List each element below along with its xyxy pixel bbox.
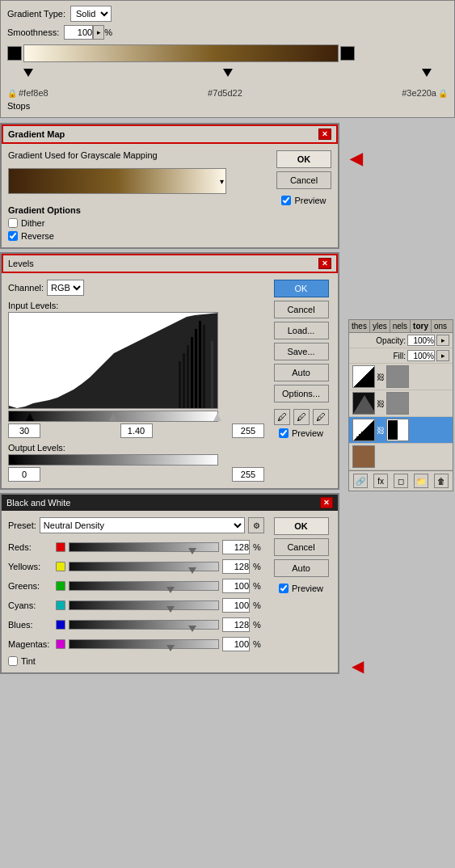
gradient-map-preview-checkbox[interactable] <box>281 196 291 205</box>
input-min-field[interactable] <box>8 423 40 438</box>
eyedropper-gray-button[interactable]: 🖊 <box>293 409 310 425</box>
levels-title: Levels <box>8 259 34 268</box>
bw-dialog: Black and White ✕ Preset: Neutral Densit… <box>0 493 339 674</box>
eyedropper-black-button[interactable]: 🖊 <box>274 409 290 425</box>
layer-item-4[interactable] <box>349 444 453 470</box>
reds-slider[interactable] <box>69 542 219 552</box>
link-icon-button[interactable]: 🔗 <box>353 474 368 488</box>
gradient-color-swatch-right[interactable] <box>340 46 355 61</box>
input-mid-field[interactable] <box>120 423 153 438</box>
fx-icon-button[interactable]: fx <box>373 474 388 488</box>
levels-close-button[interactable]: ✕ <box>318 258 331 269</box>
opacity-input[interactable] <box>407 335 435 346</box>
layer-item-3-selected[interactable]: ⛓ <box>349 417 453 444</box>
levels-preview-checkbox[interactable] <box>279 428 289 438</box>
reds-value[interactable] <box>222 540 250 554</box>
tab-thes[interactable]: thes <box>349 320 370 332</box>
output-levels-label: Output Levels: <box>8 443 264 453</box>
levels-dialog: Levels ✕ Channel: RGB Input Levels: <box>0 252 339 490</box>
opacity-stepper[interactable]: ▸ <box>436 335 449 346</box>
eyedropper-white-button[interactable]: 🖊 <box>313 409 329 425</box>
gradient-map-close-button[interactable]: ✕ <box>318 129 331 140</box>
smoothness-input[interactable] <box>64 25 93 40</box>
input-max-field[interactable] <box>232 423 264 438</box>
cyans-value[interactable] <box>222 598 250 613</box>
svg-rect-8 <box>207 333 209 409</box>
dither-checkbox[interactable] <box>8 218 18 228</box>
output-slider-left-handle[interactable] <box>9 457 17 465</box>
histogram-container <box>8 312 218 409</box>
bw-close-button[interactable]: ✕ <box>320 497 333 508</box>
preset-settings-button[interactable]: ⚙ <box>248 517 264 533</box>
svg-rect-1 <box>179 361 181 409</box>
input-slider-mid-handle[interactable] <box>109 413 117 421</box>
fill-input[interactable] <box>407 350 435 361</box>
tab-nels[interactable]: nels <box>390 320 411 332</box>
tab-yles[interactable]: yles <box>370 320 390 332</box>
greens-value[interactable] <box>222 579 250 593</box>
gradient-color-swatch-left[interactable] <box>7 46 22 61</box>
cyans-slider[interactable] <box>69 600 219 610</box>
output-slider-track[interactable] <box>8 454 218 466</box>
channel-select[interactable]: RGB <box>47 280 84 296</box>
greens-row: Greens: % <box>8 579 264 593</box>
levels-preview-row: Preview <box>279 428 323 438</box>
bw-auto-button[interactable]: Auto <box>274 559 329 577</box>
input-slider-right-handle[interactable] <box>213 413 221 421</box>
levels-auto-button[interactable]: Auto <box>274 364 329 381</box>
layer-4-thumbnail <box>352 445 375 468</box>
gradient-map-titlebar: Gradient Map ✕ <box>2 124 338 144</box>
magentas-slider[interactable] <box>69 639 219 649</box>
bw-dialog-content: Preset: Neutral Density ⚙ Reds: <box>2 511 338 672</box>
tab-ons[interactable]: ons <box>432 320 449 332</box>
stop-arrow-2 <box>223 69 233 77</box>
gradient-map-ok-button[interactable]: OK <box>276 150 331 168</box>
gradient-map-dialog: Gradient Map ✕ Gradient Used for Graysca… <box>0 123 339 249</box>
folder-icon-button[interactable]: 📁 <box>414 474 428 488</box>
preset-label: Preset: <box>8 520 36 530</box>
bw-title: Black and White <box>6 498 70 508</box>
yellows-value[interactable] <box>222 559 250 574</box>
layer-item-2[interactable]: ⛓ <box>349 390 453 417</box>
output-min-field[interactable] <box>8 467 40 482</box>
layer-item-1[interactable]: ⛓ <box>349 364 453 390</box>
levels-left: Channel: RGB Input Levels: <box>8 280 264 482</box>
blues-slider[interactable] <box>69 620 219 630</box>
blues-value[interactable] <box>222 617 250 632</box>
levels-cancel-button[interactable]: Cancel <box>274 301 329 318</box>
opacity-label: Opacity: <box>376 336 406 345</box>
tint-checkbox[interactable] <box>8 656 18 666</box>
preset-select[interactable]: Neutral Density <box>40 517 245 533</box>
mask-icon-button[interactable]: ◻ <box>394 474 408 488</box>
tab-tory[interactable]: tory <box>411 320 432 332</box>
levels-save-button[interactable]: Save... <box>274 343 329 360</box>
input-slider-track[interactable] <box>8 411 218 422</box>
output-max-field[interactable] <box>232 467 264 482</box>
bw-ok-button[interactable]: OK <box>274 517 329 535</box>
gradient-type-select[interactable]: Solid <box>70 6 112 22</box>
fill-stepper[interactable]: ▸ <box>436 350 449 361</box>
gradient-bar-container: 🔒 #fef8e8 #7d5d22 #3e220a 🔒 Stops <box>7 44 448 111</box>
yellows-slider[interactable] <box>69 562 219 571</box>
trash-icon-button[interactable]: 🗑 <box>434 474 449 488</box>
chain-icon-1: ⛓ <box>377 373 385 381</box>
layer-1-mask <box>386 365 409 388</box>
levels-right: OK Cancel Load... Save... Auto Options..… <box>271 280 331 482</box>
svg-rect-2 <box>183 353 185 409</box>
bw-preview-checkbox[interactable] <box>279 584 289 593</box>
greens-slider[interactable] <box>69 581 219 591</box>
gradient-map-cancel-button[interactable]: Cancel <box>276 171 331 189</box>
levels-options-button[interactable]: Options... <box>274 385 329 402</box>
levels-ok-button[interactable]: OK <box>274 280 329 297</box>
bw-cancel-button[interactable]: Cancel <box>274 538 329 556</box>
input-slider-left-handle[interactable] <box>26 413 34 421</box>
smoothness-stepper[interactable]: ▸ <box>93 25 104 40</box>
levels-load-button[interactable]: Load... <box>274 322 329 339</box>
magentas-value[interactable] <box>222 637 250 651</box>
preset-row: Preset: Neutral Density ⚙ <box>8 517 264 533</box>
reverse-checkbox[interactable] <box>8 231 18 241</box>
gradient-preview-bar[interactable] <box>8 168 226 194</box>
smoothness-label: Smoothness: <box>7 27 59 37</box>
gradient-options-label: Gradient Options <box>8 205 268 215</box>
gradient-bar[interactable] <box>23 44 339 62</box>
